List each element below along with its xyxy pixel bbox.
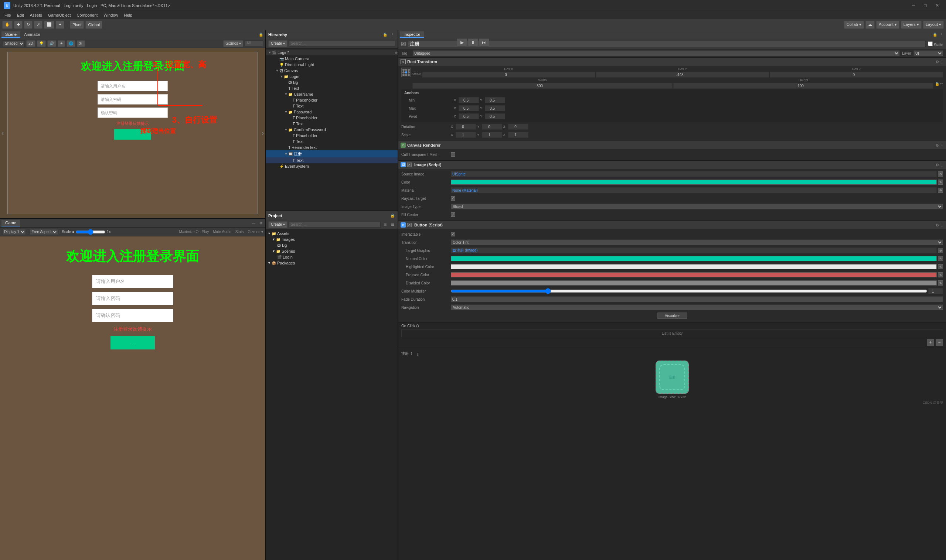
project-view2-btn[interactable]: ☰ bbox=[390, 222, 395, 226]
hierarchy-item-eventsystem[interactable]: ⚡ EventSystem bbox=[266, 163, 398, 169]
global-button[interactable]: Global bbox=[85, 21, 102, 29]
hierarchy-search[interactable] bbox=[289, 41, 395, 46]
anchor-min-y[interactable] bbox=[485, 97, 505, 103]
color-multiplier-slider[interactable] bbox=[451, 288, 927, 294]
transform-tool[interactable]: ✦ bbox=[56, 21, 64, 29]
image-type-select[interactable]: Sliced bbox=[451, 203, 943, 209]
scene-search[interactable] bbox=[245, 40, 263, 46]
btn-overflow-btn[interactable]: ⋮ bbox=[940, 223, 944, 227]
pivot-button[interactable]: Pivot bbox=[70, 21, 84, 29]
transition-select[interactable]: Color Tint bbox=[451, 239, 943, 245]
pivot-x[interactable] bbox=[459, 114, 479, 119]
rot-y[interactable] bbox=[482, 124, 502, 130]
hierarchy-item-text-zhuce[interactable]: T Text bbox=[266, 157, 398, 163]
hierarchy-item-password[interactable]: ▼ 📁 Password bbox=[266, 109, 398, 115]
hand-tool[interactable]: ✋ bbox=[2, 21, 12, 29]
scale-slider[interactable] bbox=[76, 229, 105, 235]
img-settings-btn[interactable]: ⚙ bbox=[936, 163, 939, 167]
cr-settings-btn[interactable]: ⚙ bbox=[936, 143, 939, 148]
normal-color-edit[interactable]: ✎ bbox=[938, 256, 943, 261]
anchor-max-y[interactable] bbox=[485, 105, 505, 111]
target-graphic-select[interactable]: ⊙ bbox=[938, 248, 943, 253]
scene-fog-btn[interactable]: 🌫 bbox=[77, 40, 85, 47]
scene-audio-btn[interactable]: 🔊 bbox=[47, 40, 56, 47]
hierarchy-item-text-username[interactable]: T Text bbox=[266, 103, 398, 109]
onclick-add-btn[interactable]: + bbox=[927, 339, 934, 346]
button-script-header[interactable]: B ✓ Button (Script) ⚙ ⋮ bbox=[398, 221, 946, 229]
gizmos-button[interactable]: Gizmos ▾ bbox=[223, 40, 243, 47]
mute-btn[interactable]: Mute Audio bbox=[213, 230, 231, 234]
aspect-lock-btn[interactable]: 🔒 bbox=[935, 82, 939, 86]
pivot-y[interactable] bbox=[485, 114, 505, 119]
menu-component[interactable]: Component bbox=[74, 11, 100, 19]
pressed-color-swatch[interactable] bbox=[451, 272, 937, 277]
menu-window[interactable]: Window bbox=[100, 11, 121, 19]
material-select[interactable]: ⊙ bbox=[938, 188, 943, 193]
image-script-header[interactable]: 🖼 ✓ Image (Script) ⚙ ⋮ bbox=[398, 161, 946, 169]
hierarchy-item-zhuce[interactable]: ▼ 🔲 注册 bbox=[266, 150, 398, 157]
static-checkbox[interactable] bbox=[928, 42, 933, 46]
rot-z[interactable] bbox=[508, 124, 528, 130]
rect-tool[interactable]: ⬜ bbox=[44, 21, 54, 29]
cr-overflow-btn[interactable]: ⋮ bbox=[940, 143, 944, 148]
window-controls[interactable]: ─ □ ✕ bbox=[908, 0, 942, 11]
menu-edit[interactable]: Edit bbox=[14, 11, 27, 19]
anchor-min-x[interactable] bbox=[459, 97, 479, 103]
menu-gameobject[interactable]: GameObject bbox=[45, 11, 74, 19]
normal-color-swatch[interactable] bbox=[451, 256, 937, 261]
scale-x[interactable] bbox=[456, 132, 476, 138]
game-lock-btn[interactable]: — bbox=[251, 221, 256, 225]
step-button[interactable]: ⏭ bbox=[479, 38, 489, 46]
gizmos-btn[interactable]: Gizmos ▾ bbox=[248, 230, 263, 234]
collab-button[interactable]: Collab ▾ bbox=[844, 21, 864, 29]
play-button[interactable]: ▶ bbox=[457, 38, 467, 46]
cull-checkbox[interactable] bbox=[451, 152, 455, 157]
scale-tool[interactable]: ⤢ bbox=[34, 21, 43, 29]
hierarchy-lock-btn[interactable]: 🔒 bbox=[382, 32, 388, 37]
anchor-max-x[interactable] bbox=[459, 105, 479, 111]
target-graphic-ref[interactable]: 🖼 注册 (Image) bbox=[451, 248, 937, 254]
stats-btn[interactable]: Stats bbox=[236, 230, 244, 234]
inspector-menu-btn[interactable]: ⋮ bbox=[938, 32, 944, 37]
material-ref[interactable]: None (Material) bbox=[451, 187, 937, 193]
image-enabled-check[interactable]: ✓ bbox=[407, 163, 412, 167]
scene-fx-btn[interactable]: ✦ bbox=[58, 40, 65, 47]
layout-button[interactable]: Layout ▾ bbox=[923, 21, 944, 29]
highlighted-color-edit[interactable]: ✎ bbox=[938, 264, 943, 269]
project-tab-label[interactable]: Project bbox=[268, 214, 282, 218]
pause-button[interactable]: ⏸ bbox=[468, 38, 478, 46]
project-item-scenes[interactable]: ▼ 📁 Scenes bbox=[266, 248, 398, 254]
pressed-color-edit[interactable]: ✎ bbox=[938, 272, 943, 277]
hierarchy-scene-root[interactable]: ▼ 🎬 Login* ⊕ bbox=[266, 49, 398, 56]
hierarchy-item-text1[interactable]: T Text bbox=[266, 85, 398, 91]
pos-x-input[interactable] bbox=[422, 72, 595, 78]
animator-tab[interactable]: Animator bbox=[20, 31, 44, 38]
rt-overflow-btn[interactable]: ⋮ bbox=[940, 60, 944, 64]
project-item-bg[interactable]: 🖼 Bg bbox=[266, 242, 398, 248]
aspect-select[interactable]: Free Aspect bbox=[30, 229, 58, 235]
highlighted-color-swatch[interactable] bbox=[451, 264, 937, 269]
menu-help[interactable]: Help bbox=[121, 11, 135, 19]
disabled-color-edit[interactable]: ✎ bbox=[938, 280, 943, 286]
layer-select[interactable]: UI bbox=[914, 50, 943, 56]
source-image-select[interactable]: ⊙ bbox=[938, 171, 943, 177]
canvas-renderer-header[interactable]: C Canvas Renderer ⚙ ⋮ bbox=[398, 141, 946, 149]
rect-transform-header[interactable]: ⊕ Rect Transform ⚙ ⋮ bbox=[398, 58, 946, 66]
hierarchy-tab-label[interactable]: Hierarchy bbox=[268, 32, 287, 37]
scene-nav-right[interactable]: › bbox=[262, 129, 264, 137]
project-search[interactable] bbox=[289, 222, 381, 228]
hierarchy-item-remindertext[interactable]: T ReminderText bbox=[266, 145, 398, 150]
project-item-packages[interactable]: ▼ 📦 Packages bbox=[266, 260, 398, 266]
source-image-ref[interactable]: UISprite bbox=[451, 171, 937, 177]
image-color-swatch[interactable] bbox=[451, 180, 937, 185]
object-active-checkbox[interactable]: ✓ bbox=[401, 42, 406, 46]
minimize-button[interactable]: ─ bbox=[908, 0, 919, 11]
onclick-remove-btn[interactable]: − bbox=[936, 339, 943, 346]
scene-lights-btn[interactable]: 💡 bbox=[37, 40, 46, 47]
rotate-tool[interactable]: ↻ bbox=[24, 21, 32, 29]
shaded-select[interactable]: Shaded bbox=[2, 40, 25, 47]
scale-z[interactable] bbox=[508, 132, 528, 138]
hierarchy-item-text-password[interactable]: T Text bbox=[266, 121, 398, 127]
game-tab[interactable]: Game bbox=[2, 220, 20, 226]
hierarchy-item-bg[interactable]: 🖼 Bg bbox=[266, 79, 398, 85]
